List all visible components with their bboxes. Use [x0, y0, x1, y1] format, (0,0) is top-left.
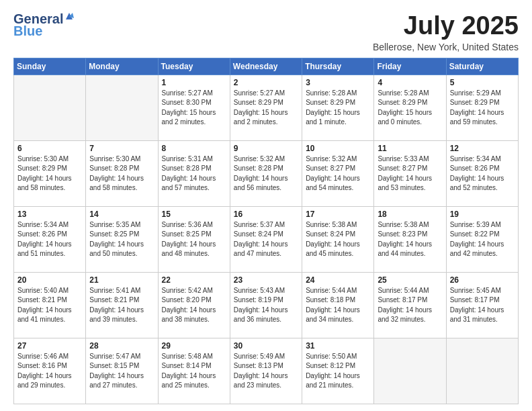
- logo-icon: [64, 11, 74, 21]
- table-row: 3Sunrise: 5:28 AM Sunset: 8:29 PM Daylig…: [302, 75, 374, 140]
- cell-content: Sunrise: 5:28 AM Sunset: 8:29 PM Dayligh…: [378, 89, 442, 128]
- cell-content: Sunrise: 5:50 AM Sunset: 8:12 PM Dayligh…: [306, 352, 370, 391]
- table-row: 20Sunrise: 5:40 AM Sunset: 8:21 PM Dayli…: [14, 272, 86, 338]
- cell-content: Sunrise: 5:30 AM Sunset: 8:28 PM Dayligh…: [89, 154, 154, 193]
- day-number: 25: [378, 275, 442, 285]
- calendar: Sunday Monday Tuesday Wednesday Thursday…: [13, 58, 519, 404]
- logo: General Blue: [13, 12, 74, 38]
- table-row: 15Sunrise: 5:36 AM Sunset: 8:25 PM Dayli…: [158, 206, 230, 272]
- cell-content: Sunrise: 5:49 AM Sunset: 8:13 PM Dayligh…: [234, 352, 298, 391]
- cell-content: Sunrise: 5:34 AM Sunset: 8:26 PM Dayligh…: [17, 220, 82, 259]
- table-row: 8Sunrise: 5:31 AM Sunset: 8:28 PM Daylig…: [158, 140, 230, 206]
- day-number: 31: [306, 341, 370, 351]
- table-row: 18Sunrise: 5:38 AM Sunset: 8:23 PM Dayli…: [374, 206, 446, 272]
- title-block: July 2025 Bellerose, New York, United St…: [373, 12, 519, 52]
- day-number: 29: [162, 341, 226, 351]
- day-number: 2: [234, 78, 298, 87]
- cell-content: Sunrise: 5:46 AM Sunset: 8:16 PM Dayligh…: [17, 352, 82, 391]
- table-row: 21Sunrise: 5:41 AM Sunset: 8:21 PM Dayli…: [86, 272, 158, 338]
- header-thursday: Thursday: [302, 58, 374, 75]
- table-row: 10Sunrise: 5:32 AM Sunset: 8:27 PM Dayli…: [302, 140, 374, 206]
- table-row: 24Sunrise: 5:44 AM Sunset: 8:18 PM Dayli…: [302, 272, 374, 338]
- table-row: 13Sunrise: 5:34 AM Sunset: 8:26 PM Dayli…: [14, 206, 86, 272]
- header-sunday: Sunday: [14, 58, 86, 75]
- table-row: 31Sunrise: 5:50 AM Sunset: 8:12 PM Dayli…: [302, 338, 374, 404]
- cell-content: Sunrise: 5:35 AM Sunset: 8:25 PM Dayligh…: [89, 220, 154, 259]
- location: Bellerose, New York, United States: [373, 42, 519, 52]
- day-number: 16: [234, 210, 298, 219]
- day-number: 19: [450, 210, 515, 219]
- month-title: July 2025: [373, 12, 519, 40]
- header-wednesday: Wednesday: [230, 58, 302, 75]
- page: General Blue July 2025 Bellerose, New Yo…: [0, 0, 532, 411]
- cell-content: Sunrise: 5:36 AM Sunset: 8:25 PM Dayligh…: [162, 220, 226, 259]
- table-row: 5Sunrise: 5:29 AM Sunset: 8:29 PM Daylig…: [446, 75, 518, 140]
- table-row: 30Sunrise: 5:49 AM Sunset: 8:13 PM Dayli…: [230, 338, 302, 404]
- cell-content: Sunrise: 5:39 AM Sunset: 8:22 PM Dayligh…: [450, 220, 515, 259]
- table-row: 16Sunrise: 5:37 AM Sunset: 8:24 PM Dayli…: [230, 206, 302, 272]
- table-row: [14, 75, 86, 140]
- day-number: 11: [378, 144, 442, 153]
- table-row: 26Sunrise: 5:45 AM Sunset: 8:17 PM Dayli…: [446, 272, 518, 338]
- day-number: 13: [17, 210, 82, 219]
- day-number: 14: [89, 210, 154, 219]
- table-row: 1Sunrise: 5:27 AM Sunset: 8:30 PM Daylig…: [158, 75, 230, 140]
- cell-content: Sunrise: 5:27 AM Sunset: 8:30 PM Dayligh…: [162, 89, 226, 128]
- table-row: 7Sunrise: 5:30 AM Sunset: 8:28 PM Daylig…: [86, 140, 158, 206]
- cell-content: Sunrise: 5:44 AM Sunset: 8:17 PM Dayligh…: [378, 286, 442, 325]
- table-row: [86, 75, 158, 140]
- header-saturday: Saturday: [446, 58, 518, 75]
- day-number: 24: [306, 275, 370, 285]
- table-row: 14Sunrise: 5:35 AM Sunset: 8:25 PM Dayli…: [86, 206, 158, 272]
- table-row: 22Sunrise: 5:42 AM Sunset: 8:20 PM Dayli…: [158, 272, 230, 338]
- day-number: 21: [89, 275, 154, 285]
- cell-content: Sunrise: 5:38 AM Sunset: 8:23 PM Dayligh…: [378, 220, 442, 259]
- table-row: 2Sunrise: 5:27 AM Sunset: 8:29 PM Daylig…: [230, 75, 302, 140]
- cell-content: Sunrise: 5:34 AM Sunset: 8:26 PM Dayligh…: [450, 154, 515, 193]
- cell-content: Sunrise: 5:27 AM Sunset: 8:29 PM Dayligh…: [234, 89, 298, 128]
- cell-content: Sunrise: 5:48 AM Sunset: 8:14 PM Dayligh…: [162, 352, 226, 391]
- day-number: 1: [162, 78, 226, 87]
- cell-content: Sunrise: 5:33 AM Sunset: 8:27 PM Dayligh…: [378, 154, 442, 193]
- cell-content: Sunrise: 5:30 AM Sunset: 8:29 PM Dayligh…: [17, 154, 82, 193]
- day-number: 28: [89, 341, 154, 351]
- cell-content: Sunrise: 5:47 AM Sunset: 8:15 PM Dayligh…: [89, 352, 154, 391]
- table-row: 29Sunrise: 5:48 AM Sunset: 8:14 PM Dayli…: [158, 338, 230, 404]
- header-tuesday: Tuesday: [158, 58, 230, 75]
- table-row: 6Sunrise: 5:30 AM Sunset: 8:29 PM Daylig…: [14, 140, 86, 206]
- day-number: 27: [17, 341, 82, 351]
- day-number: 3: [306, 78, 370, 87]
- table-row: 4Sunrise: 5:28 AM Sunset: 8:29 PM Daylig…: [374, 75, 446, 140]
- day-number: 22: [162, 275, 226, 285]
- header-friday: Friday: [374, 58, 446, 75]
- table-row: 25Sunrise: 5:44 AM Sunset: 8:17 PM Dayli…: [374, 272, 446, 338]
- cell-content: Sunrise: 5:43 AM Sunset: 8:19 PM Dayligh…: [234, 286, 298, 325]
- table-row: [446, 338, 518, 404]
- table-row: 17Sunrise: 5:38 AM Sunset: 8:24 PM Dayli…: [302, 206, 374, 272]
- table-row: 12Sunrise: 5:34 AM Sunset: 8:26 PM Dayli…: [446, 140, 518, 206]
- day-number: 17: [306, 210, 370, 219]
- cell-content: Sunrise: 5:44 AM Sunset: 8:18 PM Dayligh…: [306, 286, 370, 325]
- day-number: 26: [450, 275, 515, 285]
- day-number: 4: [378, 78, 442, 87]
- cell-content: Sunrise: 5:28 AM Sunset: 8:29 PM Dayligh…: [306, 89, 370, 128]
- table-row: 19Sunrise: 5:39 AM Sunset: 8:22 PM Dayli…: [446, 206, 518, 272]
- table-row: 11Sunrise: 5:33 AM Sunset: 8:27 PM Dayli…: [374, 140, 446, 206]
- table-row: [374, 338, 446, 404]
- table-row: 27Sunrise: 5:46 AM Sunset: 8:16 PM Dayli…: [14, 338, 86, 404]
- cell-content: Sunrise: 5:40 AM Sunset: 8:21 PM Dayligh…: [17, 286, 82, 325]
- day-number: 12: [450, 144, 515, 153]
- cell-content: Sunrise: 5:37 AM Sunset: 8:24 PM Dayligh…: [234, 220, 298, 259]
- day-number: 10: [306, 144, 370, 153]
- cell-content: Sunrise: 5:31 AM Sunset: 8:28 PM Dayligh…: [162, 154, 226, 193]
- day-number: 18: [378, 210, 442, 219]
- cell-content: Sunrise: 5:29 AM Sunset: 8:29 PM Dayligh…: [450, 89, 515, 128]
- cell-content: Sunrise: 5:45 AM Sunset: 8:17 PM Dayligh…: [450, 286, 515, 325]
- header-monday: Monday: [86, 58, 158, 75]
- table-row: 9Sunrise: 5:32 AM Sunset: 8:28 PM Daylig…: [230, 140, 302, 206]
- table-row: 28Sunrise: 5:47 AM Sunset: 8:15 PM Dayli…: [86, 338, 158, 404]
- day-number: 23: [234, 275, 298, 285]
- cell-content: Sunrise: 5:42 AM Sunset: 8:20 PM Dayligh…: [162, 286, 226, 325]
- day-number: 6: [17, 144, 82, 153]
- cell-content: Sunrise: 5:32 AM Sunset: 8:27 PM Dayligh…: [306, 154, 370, 193]
